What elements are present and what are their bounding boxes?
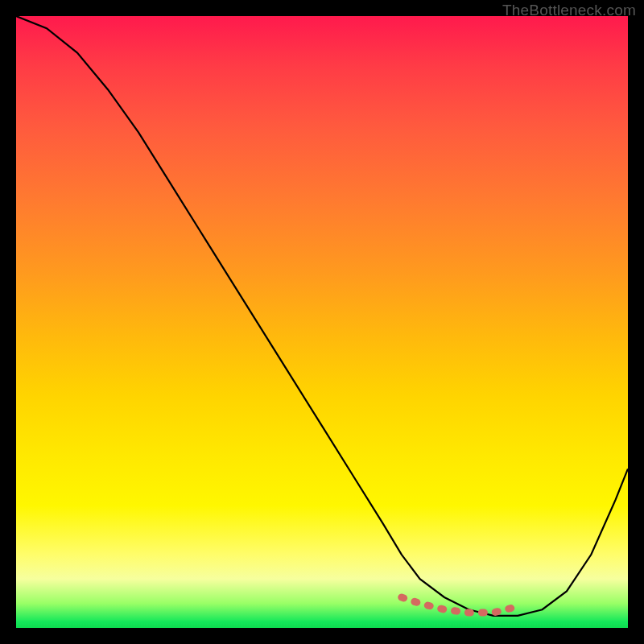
chart-svg xyxy=(16,16,628,628)
chart-container: TheBottleneck.com xyxy=(0,0,644,644)
watermark-text: TheBottleneck.com xyxy=(502,2,636,19)
plot-area xyxy=(16,16,628,628)
bottleneck-curve xyxy=(16,16,628,616)
